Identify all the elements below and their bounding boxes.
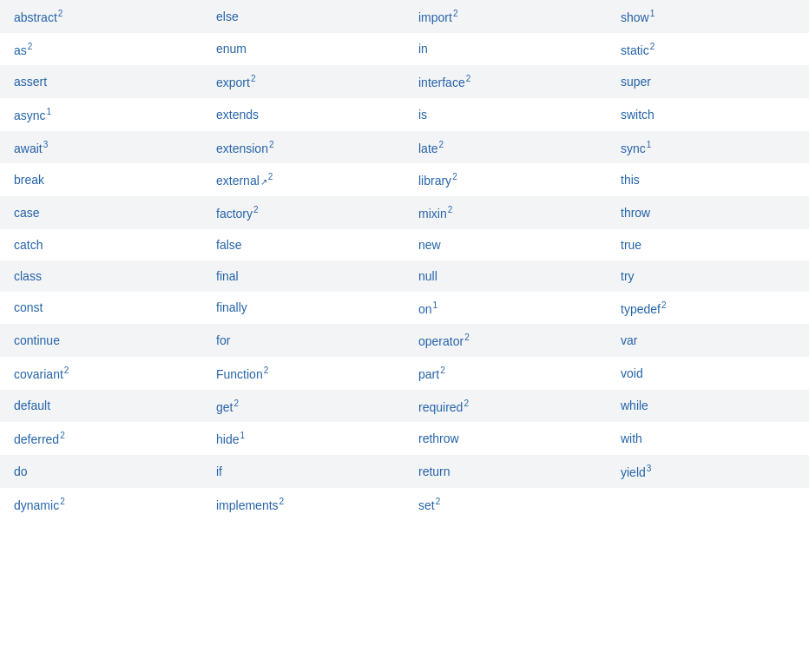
table-row: deferred2hide1rethrowwith xyxy=(0,422,809,455)
keyword-cell: external↗2 xyxy=(202,163,404,196)
keyword-cell: interface2 xyxy=(404,65,607,98)
keyword-cell: typedef2 xyxy=(607,292,809,325)
keyword-superscript: 3 xyxy=(43,140,49,149)
keyword-cell: break xyxy=(0,163,202,196)
keyword-text: void xyxy=(621,366,643,380)
keyword-text: late xyxy=(418,141,438,155)
table-row: breakexternal↗2library2this xyxy=(0,163,809,196)
keyword-cell: part2 xyxy=(404,357,607,390)
keyword-text: class xyxy=(14,269,42,283)
keyword-cell: export2 xyxy=(202,65,404,98)
keyword-superscript: 2 xyxy=(253,205,259,214)
keyword-superscript: 2 xyxy=(60,497,65,506)
keyword-superscript: 1 xyxy=(240,431,245,440)
keyword-text: covariant xyxy=(14,367,63,381)
keyword-superscript: 2 xyxy=(466,74,471,83)
keyword-text: async xyxy=(14,109,46,122)
keyword-superscript: 2 xyxy=(436,497,441,506)
keyword-text: hide xyxy=(216,432,239,446)
keyword-cell: as2 xyxy=(0,33,202,66)
keyword-cell: for xyxy=(202,324,404,357)
table-row: doifreturnyield3 xyxy=(0,455,809,488)
keyword-superscript: 2 xyxy=(269,140,274,149)
keyword-text: factory xyxy=(216,207,253,221)
keyword-cell: null xyxy=(404,260,607,292)
table-row: abstract2elseimport2show1 xyxy=(0,0,809,33)
keyword-text: else xyxy=(216,10,239,23)
keyword-text: abstract xyxy=(14,10,57,24)
keyword-text: for xyxy=(216,333,230,347)
keyword-cell: deferred2 xyxy=(0,422,202,455)
keyword-cell: assert xyxy=(0,65,202,98)
keyword-cell: true xyxy=(607,229,809,260)
keyword-cell: in xyxy=(404,33,607,66)
keyword-superscript: 2 xyxy=(268,172,273,181)
keyword-text: with xyxy=(621,432,642,445)
keyword-text: enum xyxy=(216,42,247,56)
table-row: classfinalnulltry xyxy=(0,260,809,292)
keyword-text: break xyxy=(14,173,44,187)
table-row: defaultget2required2while xyxy=(0,390,809,423)
keyword-cell: class xyxy=(0,260,202,292)
keyword-text: do xyxy=(14,464,28,478)
keyword-text: required xyxy=(418,399,463,413)
keyword-cell: covariant2 xyxy=(0,357,202,390)
keyword-superscript: 2 xyxy=(661,300,667,310)
keyword-text: finally xyxy=(216,300,247,314)
keyword-text: while xyxy=(621,399,648,412)
keyword-superscript: 2 xyxy=(280,497,285,506)
keyword-cell: static2 xyxy=(607,33,809,66)
keyword-text: try xyxy=(621,269,635,283)
keyword-text: default xyxy=(14,399,50,412)
keyword-superscript: 3 xyxy=(647,464,652,473)
keyword-text: external xyxy=(216,174,260,188)
keyword-text: is xyxy=(418,108,427,122)
keyword-cell: extends xyxy=(202,98,404,131)
keyword-cell: const xyxy=(0,292,202,325)
keyword-cell: required2 xyxy=(404,390,607,423)
keyword-text: true xyxy=(621,238,641,252)
keyword-cell: async1 xyxy=(0,98,202,131)
keyword-superscript: 2 xyxy=(251,74,256,83)
keyword-cell: show1 xyxy=(607,0,809,33)
keyword-superscript: 2 xyxy=(464,399,469,408)
keyword-cell: do xyxy=(0,455,202,488)
keyword-text: catch xyxy=(14,238,43,252)
keyword-cell: late2 xyxy=(404,131,607,164)
keyword-text: typedef xyxy=(621,301,661,315)
keyword-cell: operator2 xyxy=(404,324,607,357)
keywords-table: abstract2elseimport2show1as2enuminstatic… xyxy=(0,0,809,520)
keyword-cell: yield3 xyxy=(607,455,809,488)
keyword-text: await xyxy=(14,141,43,155)
keyword-cell: return xyxy=(404,455,607,488)
keyword-text: new xyxy=(418,238,441,252)
keyword-cell: implements2 xyxy=(202,488,404,521)
keyword-superscript: 2 xyxy=(439,140,444,149)
keyword-text: implements xyxy=(216,497,279,511)
keyword-text: mixin xyxy=(418,207,447,221)
keyword-cell: dynamic2 xyxy=(0,488,202,521)
table-row: casefactory2mixin2throw xyxy=(0,196,809,229)
keyword-superscript: 1 xyxy=(650,9,655,18)
keyword-text: import xyxy=(418,10,452,24)
keyword-cell: default xyxy=(0,390,202,423)
table-row: async1extendsisswitch xyxy=(0,98,809,131)
keyword-cell: get2 xyxy=(202,390,404,423)
keyword-superscript: 2 xyxy=(60,431,65,440)
keyword-cell: on1 xyxy=(404,292,607,325)
keyword-text: on xyxy=(418,301,432,315)
keyword-text: const xyxy=(14,300,43,314)
keyword-text: deferred xyxy=(14,432,59,446)
keyword-text: get xyxy=(216,399,233,413)
keyword-cell: final xyxy=(202,260,404,292)
keyword-cell: else xyxy=(202,0,404,33)
keyword-cell: is xyxy=(404,98,607,131)
keyword-superscript: 1 xyxy=(47,107,52,116)
keyword-text: dynamic xyxy=(14,497,59,511)
keyword-cell: false xyxy=(202,229,404,260)
keyword-cell: catch xyxy=(0,229,202,260)
keyword-text: throw xyxy=(621,206,650,220)
keyword-text: static xyxy=(621,43,649,56)
keyword-cell: super xyxy=(607,65,809,98)
keyword-text: extends xyxy=(216,108,259,122)
